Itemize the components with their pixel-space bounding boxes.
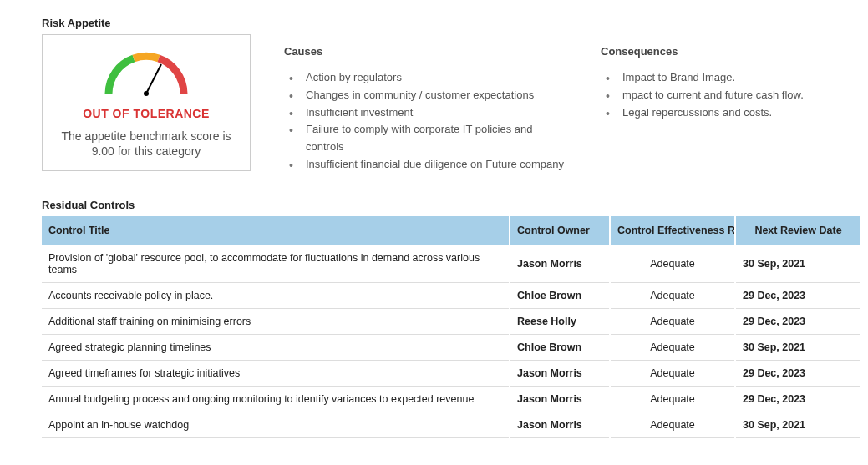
table-row: Accounts receivable policy in place.Chlo… [42, 282, 860, 308]
consequence-item: Impact to Brand Image. [606, 69, 826, 87]
top-section: Risk Appetite OUT OF TOLERANCE The appet… [42, 17, 826, 174]
gauge-box: OUT OF TOLERANCE The appetite benchmark … [42, 34, 251, 171]
cell-next-review: 29 Dec, 2023 [735, 360, 860, 386]
header-effectiveness: Control Effectiveness Rating [610, 216, 735, 245]
cause-item: Insufficient financial due diligence on … [289, 156, 567, 174]
cell-effectiveness: Adequate [610, 360, 735, 386]
header-next-review: Next Review Date [735, 216, 860, 245]
cell-control-title: Agreed timeframes for strategic initiati… [42, 360, 510, 386]
cell-next-review: 29 Dec, 2023 [735, 308, 860, 334]
risk-appetite-block: Risk Appetite OUT OF TOLERANCE The appet… [42, 17, 251, 174]
cell-control-owner: Jason Morris [510, 245, 610, 282]
cell-control-title: Appoint an in-house watchdog [42, 412, 510, 437]
cause-item: Changes in community / customer expectat… [289, 87, 567, 104]
causes-block: Causes Action by regulatorsChanges in co… [284, 17, 567, 174]
cause-item: Action by regulators [289, 69, 567, 87]
cell-effectiveness: Adequate [610, 308, 735, 334]
cell-effectiveness: Adequate [610, 334, 735, 360]
cell-effectiveness: Adequate [610, 412, 735, 437]
consequences-block: Consequences Impact to Brand Image.mpact… [601, 17, 826, 174]
gauge-status-label: OUT OF TOLERANCE [54, 107, 238, 120]
cell-effectiveness: Adequate [610, 386, 735, 412]
cause-item: Insufficient investment [289, 104, 567, 122]
cell-next-review: 30 Sep, 2021 [735, 334, 860, 360]
cell-control-title: Provision of 'global' resource pool, to … [42, 245, 510, 282]
cell-effectiveness: Adequate [610, 282, 735, 308]
cell-control-title: Annual budgeting process and ongoing mon… [42, 386, 510, 412]
cell-control-title: Additional staff training on minimising … [42, 308, 510, 334]
cell-next-review: 29 Dec, 2023 [735, 282, 860, 308]
header-control-owner: Control Owner [510, 216, 610, 245]
cell-control-owner: Chloe Brown [510, 334, 610, 360]
table-row: Appoint an in-house watchdogJason Morris… [42, 412, 860, 437]
gauge-description: The appetite benchmark score is 9.00 for… [54, 129, 238, 159]
table-row: Annual budgeting process and ongoing mon… [42, 386, 860, 412]
table-row: Provision of 'global' resource pool, to … [42, 245, 860, 282]
consequences-title: Consequences [601, 45, 826, 58]
controls-section-title: Residual Controls [42, 199, 826, 211]
causes-list: Action by regulatorsChanges in community… [284, 69, 567, 174]
causes-title: Causes [284, 45, 567, 58]
cell-control-owner: Chloe Brown [510, 282, 610, 308]
cell-next-review: 30 Sep, 2021 [735, 412, 860, 437]
table-row: Agreed timeframes for strategic initiati… [42, 360, 860, 386]
cell-control-owner: Jason Morris [510, 360, 610, 386]
cell-control-owner: Jason Morris [510, 412, 610, 437]
svg-line-0 [146, 64, 161, 94]
cell-control-title: Agreed strategic planning timelines [42, 334, 510, 360]
cell-control-owner: Reese Holly [510, 308, 610, 334]
risk-appetite-title: Risk Appetite [42, 17, 251, 29]
consequences-list: Impact to Brand Image.mpact to current a… [601, 69, 826, 121]
svg-point-1 [144, 91, 149, 96]
table-row: Additional staff training on minimising … [42, 308, 860, 334]
table-row: Agreed strategic planning timelinesChloe… [42, 334, 860, 360]
gauge-icon [96, 43, 196, 102]
header-control-title: Control Title [42, 216, 510, 245]
consequence-item: mpact to current and future cash flow. [606, 87, 826, 104]
table-header-row: Control Title Control Owner Control Effe… [42, 216, 860, 245]
consequence-item: Legal repercussions and costs. [606, 104, 826, 122]
cause-item: Failure to comply with corporate IT poli… [289, 121, 567, 156]
controls-table: Control Title Control Owner Control Effe… [42, 216, 860, 438]
cell-next-review: 29 Dec, 2023 [735, 386, 860, 412]
cell-effectiveness: Adequate [610, 245, 735, 282]
cell-next-review: 30 Sep, 2021 [735, 245, 860, 282]
cell-control-title: Accounts receivable policy in place. [42, 282, 510, 308]
cell-control-owner: Jason Morris [510, 386, 610, 412]
